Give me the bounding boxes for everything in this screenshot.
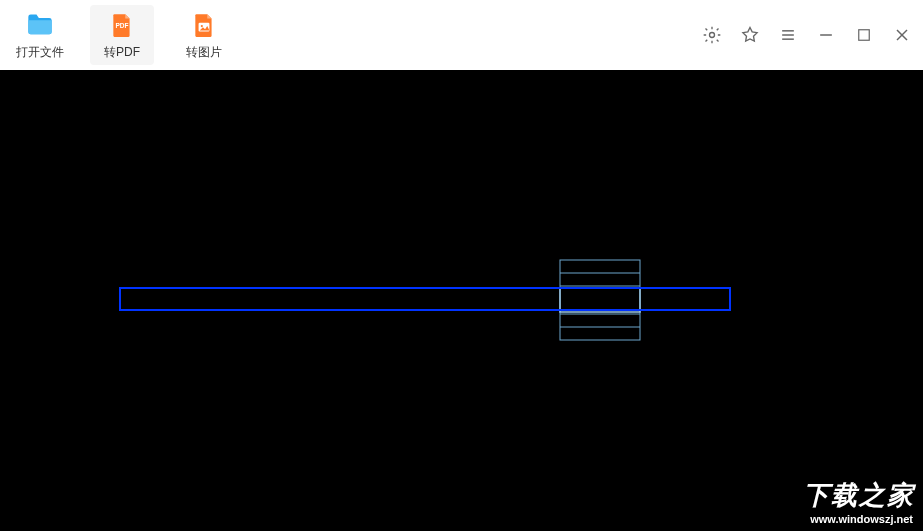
minimize-button[interactable] [813, 22, 839, 48]
svg-point-2 [201, 25, 203, 27]
maximize-button[interactable] [851, 22, 877, 48]
svg-rect-11 [560, 260, 640, 340]
gear-icon[interactable] [699, 22, 725, 48]
to-image-label: 转图片 [186, 44, 222, 61]
pdf-icon: PDF [107, 10, 137, 40]
star-icon[interactable] [737, 22, 763, 48]
toolbar-left-group: 打开文件 PDF 转PDF 转图片 [8, 5, 236, 65]
drawing-canvas[interactable] [0, 70, 923, 531]
svg-rect-8 [859, 30, 870, 41]
to-pdf-label: 转PDF [104, 44, 140, 61]
open-file-button[interactable]: 打开文件 [8, 5, 72, 65]
svg-text:PDF: PDF [116, 22, 129, 29]
cad-table-box [560, 260, 640, 340]
menu-icon[interactable] [775, 22, 801, 48]
cad-drawing [0, 70, 923, 531]
svg-point-3 [710, 33, 715, 38]
cad-selected-cell [560, 288, 640, 312]
folder-icon [25, 10, 55, 40]
open-file-label: 打开文件 [16, 44, 64, 61]
close-button[interactable] [889, 22, 915, 48]
toolbar: 打开文件 PDF 转PDF 转图片 [0, 0, 923, 70]
to-pdf-button[interactable]: PDF 转PDF [90, 5, 154, 65]
image-icon [189, 10, 219, 40]
to-image-button[interactable]: 转图片 [172, 5, 236, 65]
cad-blue-bar [120, 288, 730, 310]
toolbar-right-group [699, 0, 915, 70]
